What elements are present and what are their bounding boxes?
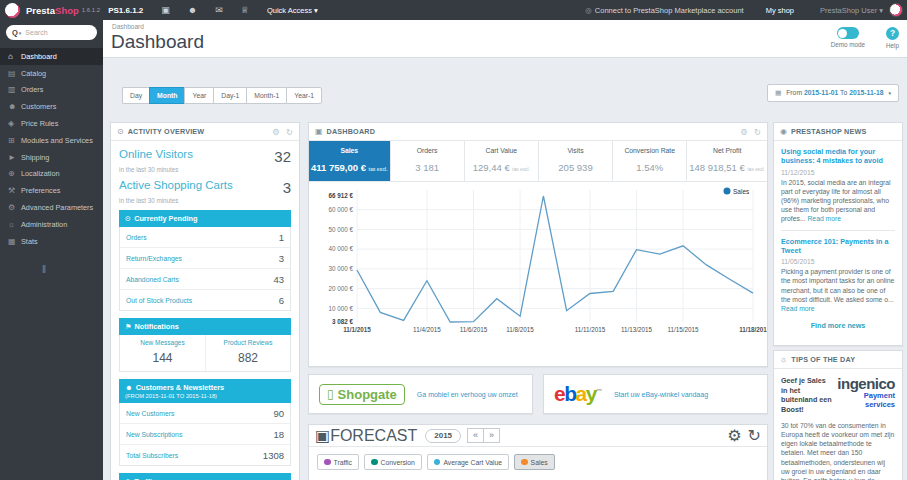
news-article-title[interactable]: Using social media for your business: 4 … (781, 147, 895, 166)
gear-icon[interactable]: ⚙ (727, 426, 741, 445)
sidebar-search-input[interactable]: Q ▾ Search (6, 25, 97, 40)
period-year-button[interactable]: Year (184, 87, 213, 104)
notification-cell: Product Reviews882 (205, 335, 290, 371)
user-avatar[interactable] (889, 3, 903, 17)
sidebar-item-localization[interactable]: ⊕Localization (0, 166, 103, 183)
search-caret-icon[interactable]: ▾ (19, 30, 22, 36)
sidebar-item-preferences[interactable]: ⚒Preferences (0, 182, 103, 199)
shopgate-link[interactable]: Ga mobiel en verhoog uw omzet (417, 391, 518, 398)
customers-quick-icon[interactable]: ☻ (188, 5, 197, 15)
refresh-icon[interactable]: ↻ (748, 426, 761, 445)
online-visitors-link[interactable]: Online Visitors (119, 148, 193, 160)
stat-row: Abandoned Carts43 (120, 269, 290, 290)
topbar: PrestaShop 1.6.1.2 PS1.6.1.2 ▣ ☻ ✉ ♕ Qui… (0, 0, 907, 20)
help-control[interactable]: ? Help (886, 27, 899, 49)
stat-row: Total Subscribers1308 (120, 445, 290, 465)
date-range-button[interactable]: ▦ From 2015-11-01 To 2015-11-18 ▾ (767, 84, 899, 102)
period-year-1-button[interactable]: Year-1 (286, 87, 322, 104)
stat-row: Out of Stock Products6 (120, 290, 290, 310)
metric-tab-orders[interactable]: Orders3 181 (391, 141, 465, 181)
legend-traffic-button[interactable]: Traffic (317, 454, 359, 470)
sidebar-item-price-rules[interactable]: ◈Price Rules (0, 115, 103, 132)
metric-tab-net-profit[interactable]: Net Profit148 918,51 € tax excl. (687, 141, 767, 181)
activity-overview-panel: ⊙ ACTIVITY OVERVIEW ⚙ ↻ Online Visitors … (110, 122, 300, 480)
read-more-link[interactable]: Read more (807, 215, 841, 222)
quick-access-menu[interactable]: Quick Access ▾ (267, 6, 318, 15)
help-label: Help (886, 42, 899, 49)
shopgate-logo: ▯ Shopgate (319, 384, 405, 405)
refresh-icon[interactable]: ↻ (754, 127, 761, 137)
refresh-icon[interactable]: ↻ (286, 127, 293, 137)
find-more-news-link[interactable]: Find more news (781, 321, 895, 330)
prestashop-logo-icon (5, 3, 20, 18)
demo-mode-toggle[interactable] (837, 27, 859, 39)
user-menu[interactable]: PrestaShop User ▾ (820, 6, 883, 15)
metric-tabs: Sales411 759,00 € tax excl. Orders3 181 … (309, 141, 767, 182)
cart-icon[interactable]: ▣ (161, 5, 170, 15)
my-shop-link[interactable]: My shop (766, 6, 794, 15)
sidebar-item-dashboard[interactable]: ⌂Dashboard (0, 48, 103, 65)
forecast-title: FORECAST (330, 427, 417, 445)
forecast-legend: Traffic Conversion Average Cart Value Sa… (309, 447, 767, 477)
sidebar-item-catalog[interactable]: ▤Catalog (0, 65, 103, 82)
stat-row: New Customers90 (120, 403, 290, 424)
forecast-prev-button[interactable]: « (467, 428, 484, 443)
demo-mode-label: Demo mode (831, 41, 865, 48)
period-day-button[interactable]: Day (122, 87, 149, 104)
sidebar-item-modules[interactable]: ⊞Modules and Services (0, 132, 103, 149)
period-month-button[interactable]: Month (149, 87, 184, 104)
trophy-icon[interactable]: ♕ (241, 5, 249, 15)
active-carts-link[interactable]: Active Shopping Carts (119, 179, 233, 191)
messages-icon[interactable]: ✉ (215, 5, 223, 15)
sidebar-item-customers[interactable]: ☻Customers (0, 98, 103, 115)
news-article-title[interactable]: Ecommerce 101: Payments in a Tweet (781, 237, 895, 256)
legend-sales-button[interactable]: Sales (514, 454, 555, 470)
svg-text:40 000 €: 40 000 € (328, 245, 353, 252)
tips-title: TIPS OF THE DAY (791, 355, 855, 364)
sidebar-item-shipping[interactable]: ►Shipping (0, 149, 103, 166)
ebay-link[interactable]: Start uw eBay-winkel vandaag (614, 391, 708, 398)
news-article-date: 11/05/2015 (781, 258, 895, 265)
divider (781, 230, 895, 231)
localization-icon: ⊕ (8, 169, 21, 178)
forecast-next-button[interactable]: » (484, 428, 500, 443)
sidebar-item-stats[interactable]: ▦Stats (0, 233, 103, 250)
sidebar-item-orders[interactable]: ▥Orders (0, 82, 103, 99)
gear-icon[interactable]: ⚙ (272, 127, 280, 137)
modules-icon: ⊞ (8, 136, 21, 145)
legend-average-cart-value-button[interactable]: Average Cart Value (427, 454, 509, 470)
period-button-group: Day Month Year Day-1 Month-1 Year-1 (122, 87, 322, 104)
ebay-banner: ebay™ Start uw eBay-winkel vandaag (543, 374, 768, 414)
marketplace-link[interactable]: ◎Connect to PrestaShop Marketplace accou… (585, 6, 743, 15)
metric-tab-visits[interactable]: Visits205 939 (539, 141, 613, 181)
sidebar-collapse-icon[interactable]: ‖ (42, 264, 103, 275)
clock-icon: ⊙ (125, 214, 131, 223)
metric-tab-sales[interactable]: Sales411 759,00 € tax excl. (309, 141, 391, 181)
period-day-1-button[interactable]: Day-1 (213, 87, 246, 104)
metric-tab-cart-value[interactable]: Cart Value129,44 € tax excl. (465, 141, 539, 181)
legend-conversion-button[interactable]: Conversion (364, 454, 422, 470)
demo-mode-control[interactable]: Demo mode (831, 27, 865, 48)
help-icon[interactable]: ? (886, 27, 899, 40)
phone-icon: ▯ (327, 387, 334, 401)
breadcrumb[interactable]: Dashboard (112, 23, 144, 30)
active-shopping-carts: Active Shopping Carts 3 (119, 179, 291, 196)
catalog-icon: ▤ (8, 69, 21, 78)
customers-section-icon: ☻ (125, 383, 133, 392)
metric-tab-conversion-rate[interactable]: Conversion Rate1.54% (613, 141, 687, 181)
shipping-icon: ► (8, 153, 21, 162)
filter-row: Day Month Year Day-1 Month-1 Year-1 ▦ Fr… (122, 84, 899, 102)
svg-text:Sales: Sales (733, 188, 750, 195)
gear-icon[interactable]: ⚙ (740, 127, 748, 137)
sidebar-item-advanced-parameters[interactable]: ⚙Advanced Parameters (0, 199, 103, 216)
read-more-link[interactable]: Read more (781, 305, 815, 312)
period-month-1-button[interactable]: Month-1 (246, 87, 286, 104)
sidebar: Q ▾ Search ⌂Dashboard ▤Catalog ▥Orders ☻… (0, 20, 103, 480)
topbar-right: ◎Connect to PrestaShop Marketplace accou… (585, 3, 907, 17)
average-cart-value-dot-icon (434, 459, 441, 466)
brand: PrestaShop (26, 5, 79, 16)
sidebar-item-administration[interactable]: ☼Administration (0, 216, 103, 233)
flag-icon: ⚑ (125, 322, 132, 331)
svg-text:3 082 €: 3 082 € (332, 318, 354, 325)
dashboard-panel: ▣ DASHBOARD ⚙ ↻ Sales411 759,00 € tax ex… (308, 122, 768, 367)
